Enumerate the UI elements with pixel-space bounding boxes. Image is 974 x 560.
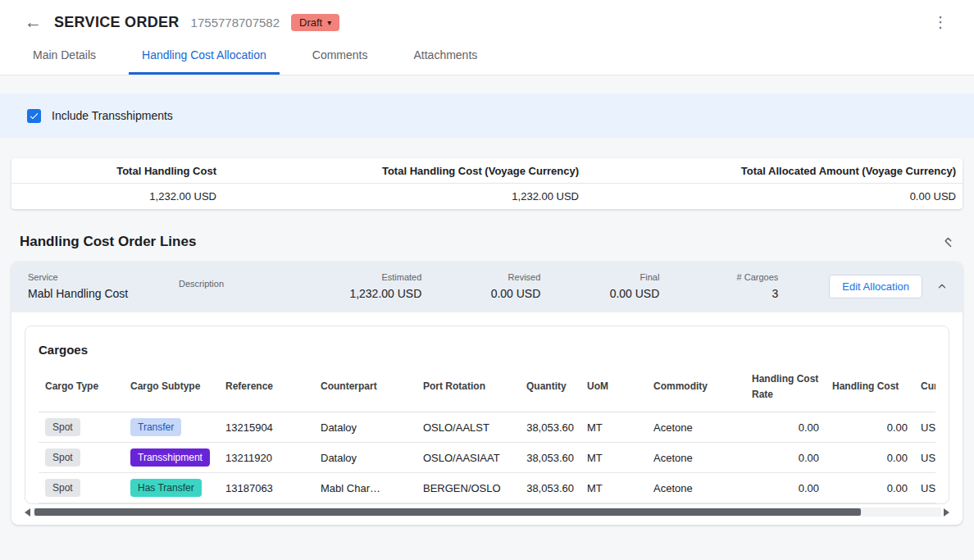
handling-cost-cell: 0.00 <box>826 412 914 443</box>
cargo-table-viewport: Cargo Type Cargo Subtype Reference Count… <box>39 360 935 503</box>
final-label: Final <box>540 272 659 282</box>
col-header-cargo-type: Cargo Type <box>39 360 124 412</box>
service-value: Mabl Handling Cost <box>28 287 179 300</box>
total-handling-cost-voyage-header: Total Handling Cost (Voyage Currency) <box>216 165 579 177</box>
uom-cell: MT <box>580 473 647 503</box>
tab-handling-cost-allocation[interactable]: Handling Cost Allocation <box>129 39 280 75</box>
service-field: Service Mabl Handling Cost <box>28 272 179 300</box>
estimated-label: Estimated <box>313 272 421 282</box>
col-header-cargo-subtype: Cargo Subtype <box>124 360 219 412</box>
scroll-left-icon[interactable] <box>25 508 30 517</box>
total-allocated-amount-header: Total Allocated Amount (Voyage Currency) <box>579 165 963 177</box>
total-handling-cost-voyage-value: 1,232.00 USD <box>216 190 579 203</box>
cargo-count-field: # Cargoes 3 <box>659 272 778 300</box>
uom-cell: MT <box>580 443 647 473</box>
col-header-currency: Currency <box>914 360 935 412</box>
scroll-right-icon[interactable] <box>944 508 949 517</box>
final-field: Final 0.00 USD <box>540 272 659 300</box>
cargo-subtype-badge: Has Transfer <box>130 479 202 497</box>
cargo-type-cell: Spot <box>39 473 124 503</box>
include-transshipments-label: Include Transshipments <box>52 109 173 122</box>
scrollbar-thumb[interactable] <box>34 508 861 516</box>
totals-value-row: 1,232.00 USD 1,232.00 USD 0.00 USD <box>11 184 963 209</box>
currency-cell: USD <box>914 443 935 473</box>
quantity-cell: 38,053.60 <box>520 412 580 443</box>
total-allocated-amount-value: 0.00 USD <box>579 190 963 203</box>
status-badge[interactable]: Draft ▾ <box>291 14 339 31</box>
include-transshipments-checkbox[interactable] <box>27 109 41 123</box>
quantity-cell: 38,053.60 <box>520 443 580 473</box>
cargo-subtype-cell: Transshipment <box>124 443 219 473</box>
service-label: Service <box>28 272 179 282</box>
quantity-cell: 38,053.60 <box>520 473 580 503</box>
include-transshipments-bar: Include Transshipments <box>0 93 974 138</box>
col-header-handling-cost: Handling Cost <box>826 360 914 412</box>
col-header-port-rotation: Port Rotation <box>416 360 520 412</box>
col-header-handling-cost-rate: Handling Cost Rate <box>745 360 826 412</box>
col-header-uom: UoM <box>580 360 647 412</box>
back-icon[interactable]: ← <box>25 12 48 32</box>
cargo-subtype-badge: Transshipment <box>130 448 210 467</box>
chevron-up-icon[interactable] <box>936 280 948 292</box>
col-header-commodity: Commodity <box>647 360 745 412</box>
total-handling-cost-value: 1,232.00 USD <box>11 190 216 203</box>
cargo-row-1[interactable]: Spot Transfer 13215904 Dataloy OSLO/AALS… <box>39 412 935 443</box>
revised-label: Revised <box>421 272 540 282</box>
kebab-menu-icon[interactable]: ⋮ <box>930 13 951 31</box>
cargo-row-3[interactable]: Spot Has Transfer 13187063 Mabl Char… BE… <box>39 473 935 503</box>
cargoes-title: Cargoes <box>39 343 935 357</box>
estimated-value: 1,232.00 USD <box>313 287 421 300</box>
reference-cell: 13215904 <box>219 412 314 443</box>
col-header-quantity: Quantity <box>520 360 580 412</box>
page-title: SERVICE ORDER <box>54 14 180 31</box>
total-handling-cost-header: Total Handling Cost <box>11 165 216 177</box>
estimated-field: Estimated 1,232.00 USD <box>313 272 421 300</box>
header-top: ← SERVICE ORDER 1755778707582 Draft ▾ ⋮ <box>0 0 974 39</box>
revised-field: Revised 0.00 USD <box>421 272 540 300</box>
handling-cost-rate-cell: 0.00 <box>745 473 826 503</box>
cargo-type-badge: Spot <box>45 479 80 497</box>
port-rotation-cell: OSLO/AALST <box>416 412 520 443</box>
port-rotation-cell: BERGEN/OSLO <box>416 473 520 503</box>
reference-cell: 13187063 <box>219 473 314 503</box>
tab-attachments[interactable]: Attachments <box>400 39 490 75</box>
edit-allocation-button[interactable]: Edit Allocation <box>829 275 922 298</box>
cargo-table: Cargo Type Cargo Subtype Reference Count… <box>39 360 935 503</box>
scrollbar-track[interactable] <box>33 508 941 517</box>
port-rotation-cell: OSLO/AASIAAT <box>416 443 520 473</box>
order-lines-title: Handling Cost Order Lines <box>20 234 196 250</box>
cargo-count-value: 3 <box>659 287 778 300</box>
chevron-down-icon: ▾ <box>327 18 331 27</box>
revised-value: 0.00 USD <box>421 287 540 300</box>
collapse-all-icon[interactable] <box>942 236 954 248</box>
tab-comments[interactable]: Comments <box>299 39 381 75</box>
cargo-table-header-row: Cargo Type Cargo Subtype Reference Count… <box>39 360 935 412</box>
tab-main-details[interactable]: Main Details <box>20 39 109 75</box>
currency-cell: USD <box>914 473 935 503</box>
tab-bar: Main Details Handling Cost Allocation Co… <box>0 39 974 75</box>
line-summary-strip: Service Mabl Handling Cost Description E… <box>11 262 963 312</box>
cargo-row-2[interactable]: Spot Transshipment 13211920 Dataloy OSLO… <box>39 443 935 473</box>
cargo-subtype-cell: Has Transfer <box>124 473 219 503</box>
currency-cell: USD <box>914 412 935 443</box>
uom-cell: MT <box>580 412 647 443</box>
counterpart-cell: Mabl Char… <box>314 473 416 503</box>
horizontal-scrollbar <box>25 507 949 517</box>
cargoes-card: Cargoes Cargo Type Cargo Subtype Referen… <box>25 326 949 504</box>
handling-cost-rate-cell: 0.00 <box>745 443 826 473</box>
handling-cost-line-card: Service Mabl Handling Cost Description E… <box>11 262 963 525</box>
handling-cost-cell: 0.00 <box>826 443 914 473</box>
cargo-type-cell: Spot <box>39 412 124 443</box>
commodity-cell: Acetone <box>647 473 745 503</box>
handling-cost-cell: 0.00 <box>826 473 914 503</box>
final-value: 0.00 USD <box>540 287 659 300</box>
totals-card: Total Handling Cost Total Handling Cost … <box>11 158 963 209</box>
cargo-type-cell: Spot <box>39 443 124 473</box>
checkmark-icon <box>29 111 39 121</box>
description-field: Description <box>179 279 313 294</box>
col-header-counterpart: Counterpart <box>314 360 416 412</box>
order-number: 1755778707582 <box>191 16 280 30</box>
line-card-body: Cargoes Cargo Type Cargo Subtype Referen… <box>11 312 963 525</box>
commodity-cell: Acetone <box>647 443 745 473</box>
counterpart-cell: Dataloy <box>314 443 416 473</box>
